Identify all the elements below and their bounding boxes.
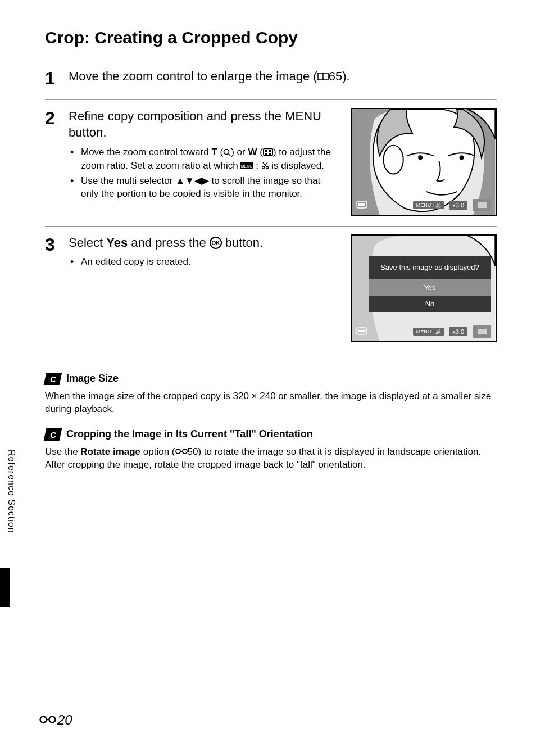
note-icon: C	[44, 373, 62, 385]
step1-text-b: 65).	[329, 69, 350, 83]
svg-rect-19	[358, 203, 365, 206]
txt: option (	[140, 446, 175, 457]
step-1-heading: Move the zoom control to enlarge the ima…	[69, 68, 497, 85]
step-3: 3 Select Yes and press the OK button. An…	[45, 227, 497, 352]
menu-badge-icon: MENU	[240, 162, 253, 169]
navigator-thumb	[473, 325, 491, 338]
txt: and press the	[128, 236, 210, 250]
svg-point-16	[418, 155, 423, 160]
txt: Use the	[45, 446, 80, 457]
dialog-option-yes[interactable]: Yes	[369, 279, 491, 296]
side-tab: Reference Section	[0, 450, 22, 533]
yes-word: Yes	[106, 236, 128, 250]
step-2: 2 Refine copy composition and press the …	[45, 100, 497, 226]
scissors-icon	[261, 161, 269, 169]
dialog-question: Save this image as displayed?	[369, 259, 491, 279]
menu-crop-badge: MENU :	[413, 201, 445, 209]
note-1-title: Image Size	[66, 373, 119, 384]
svg-rect-6	[265, 153, 267, 155]
step2-bullet-2: Use the multi selector ▲▼◀▶ to scroll th…	[81, 174, 338, 201]
reference-link-icon	[39, 715, 56, 724]
rotate-image-bold: Rotate image	[80, 446, 140, 457]
svg-point-15	[384, 145, 403, 174]
svg-point-33	[176, 449, 180, 454]
txt: button.	[222, 236, 263, 250]
thumbnails-icon	[263, 148, 273, 156]
txt: Move the zoom control toward	[81, 147, 211, 157]
note-2-body: Use the Rotate image option (50) to rota…	[45, 445, 497, 472]
txt: (	[257, 147, 263, 157]
ok-button-icon: OK	[210, 237, 222, 249]
note-1-body: When the image size of the cropped copy …	[45, 390, 497, 416]
menu-crop-badge: MENU :	[413, 328, 445, 336]
menu-glyph: MENU	[285, 109, 321, 123]
reference-link-icon	[175, 448, 188, 455]
svg-point-17	[460, 155, 464, 160]
txt: ) or	[231, 147, 248, 157]
magnify-icon	[223, 148, 231, 156]
svg-rect-4	[265, 150, 267, 152]
note-2-header: C Cropping the Image in Its Current "Tal…	[45, 428, 497, 441]
svg-point-34	[183, 449, 187, 454]
side-tab-marker	[0, 568, 10, 607]
step2-bullet-1: Move the zoom control toward T () or W (…	[81, 146, 338, 172]
step-2-heading: Refine copy composition and press the ME…	[69, 108, 338, 141]
zoom-badge: x3.0	[449, 327, 467, 336]
svg-point-37	[49, 717, 56, 723]
svg-rect-7	[269, 153, 271, 155]
page-title: Crop: Creating a Cropped Copy	[45, 28, 497, 47]
note-2-title: Cropping the Image in Its Current "Tall"…	[66, 428, 313, 440]
zoom-w: W	[248, 147, 257, 157]
zoom-t: T	[211, 147, 217, 157]
svg-point-1	[224, 149, 229, 154]
note-icon: C	[44, 428, 62, 441]
step1-text-a: Move the zoom control to enlarge the ima…	[69, 69, 317, 83]
step2-h-a: Refine copy composition and press the	[69, 109, 285, 123]
side-tab-label: Reference Section	[6, 450, 16, 533]
svg-rect-5	[269, 150, 271, 152]
step3-monitor-illustration: Save this image as displayed? Yes No MEN…	[351, 234, 497, 342]
txt: (	[217, 147, 223, 157]
back-icon	[356, 327, 367, 335]
page-footer: 20	[39, 712, 72, 728]
txt: is displayed.	[269, 160, 324, 171]
step-number: 2	[45, 108, 61, 216]
step-number: 3	[45, 234, 61, 342]
confirm-dialog: Save this image as displayed? Yes No	[369, 256, 491, 312]
step2-h-b: button.	[69, 125, 106, 139]
note-1-header: C Image Size	[45, 373, 497, 385]
svg-line-2	[229, 153, 231, 156]
svg-text:OK: OK	[211, 240, 220, 246]
back-icon	[356, 201, 367, 209]
svg-point-36	[40, 717, 47, 723]
svg-rect-28	[358, 330, 365, 332]
step2-monitor-illustration: MENU : x3.0	[351, 108, 497, 216]
step-number: 1	[45, 68, 61, 89]
txt: Select	[69, 236, 106, 250]
dialog-option-no[interactable]: No	[369, 296, 491, 312]
page-number: 20	[57, 712, 72, 728]
step-1: 1 Move the zoom control to enlarge the i…	[45, 60, 497, 99]
step-3-heading: Select Yes and press the OK button.	[69, 234, 338, 251]
step3-bullet-1: An edited copy is created.	[81, 255, 338, 268]
book-ref-icon	[317, 72, 329, 81]
navigator-thumb	[473, 199, 491, 211]
zoom-badge: x3.0	[449, 201, 467, 210]
svg-text:MENU: MENU	[241, 164, 253, 168]
